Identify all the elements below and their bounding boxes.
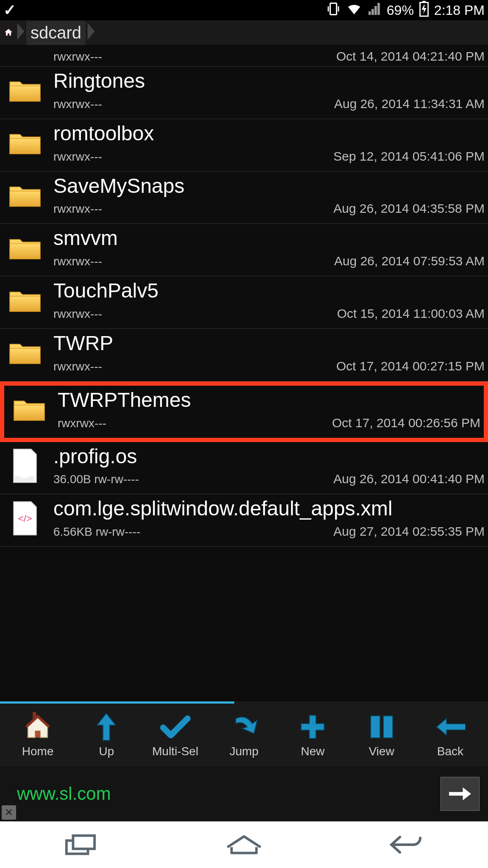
file-date: Sep 12, 2014 05:41:06 PM [333, 149, 485, 164]
file-row[interactable]: TouchPalv5 rwxrwx--- Oct 15, 2014 11:00:… [0, 276, 488, 329]
file-icon [6, 451, 44, 481]
recent-apps-button[interactable] [56, 832, 107, 857]
toolbar-label: Back [437, 745, 463, 758]
svg-text:</>: </> [18, 513, 32, 524]
file-perms: rwxrwx--- [53, 202, 102, 216]
chevron-right-icon [15, 23, 26, 43]
file-date: Oct 15, 2014 11:00:03 AM [337, 306, 485, 321]
multisel-icon [160, 712, 191, 742]
scroll-indicator [0, 701, 488, 704]
svg-rect-11 [73, 836, 95, 849]
folder-icon [6, 285, 44, 316]
status-bar: ✓ 69% 2:18 PM [0, 0, 488, 20]
file-row[interactable]: .profig.os 36.00B rw-rw---- Aug 26, 2014… [0, 442, 488, 495]
file-list[interactable]: rwxrwx--- Oct 14, 2014 04:21:40 PM Ringt… [0, 45, 488, 701]
svg-rect-6 [35, 731, 40, 738]
svg-rect-8 [371, 716, 380, 738]
file-perms: rwxrwx--- [53, 307, 102, 321]
up-icon [91, 712, 122, 742]
svg-rect-9 [383, 716, 393, 738]
file-date: Aug 26, 2014 04:35:58 PM [333, 201, 485, 216]
home-button[interactable]: Home [3, 712, 72, 758]
folder-icon [6, 180, 44, 211]
ad-arrow-button[interactable] [441, 777, 480, 811]
folder-icon [6, 128, 44, 158]
clock-text: 2:18 PM [434, 3, 485, 18]
file-row[interactable]: </> com.lge.splitwindow.default_apps.xml… [0, 494, 488, 547]
back-button[interactable] [381, 832, 432, 857]
file-name: Ringtones [53, 70, 485, 92]
multisel-button[interactable]: Multi-Sel [141, 712, 210, 758]
toolbar-label: Jump [230, 745, 258, 758]
vibrate-icon [326, 1, 341, 19]
file-perms: 36.00B rw-rw---- [53, 473, 139, 486]
breadcrumb-path[interactable]: sdcard [26, 21, 86, 45]
jump-button[interactable]: Jump [210, 712, 278, 758]
svg-rect-7 [33, 712, 36, 719]
file-name: TWRP [53, 332, 485, 355]
battery-percent: 69% [387, 3, 414, 18]
file-name: com.lge.splitwindow.default_apps.xml [53, 498, 485, 520]
svg-rect-4 [422, 1, 426, 3]
file-row[interactable]: smvvm rwxrwx--- Aug 26, 2014 07:59:53 AM [0, 224, 488, 276]
file-icon: </> [6, 503, 44, 534]
home-icon[interactable] [2, 26, 15, 39]
file-row[interactable]: romtoolbox rwxrwx--- Sep 12, 2014 05:41:… [0, 119, 488, 172]
back-icon [435, 712, 466, 742]
folder-icon [6, 337, 44, 368]
ad-text[interactable]: www.sl.com [17, 784, 111, 804]
check-icon: ✓ [3, 1, 16, 19]
file-date: Oct 17, 2014 00:26:56 PM [332, 416, 480, 430]
toolbar-label: Up [99, 745, 114, 758]
toolbar-label: Multi-Sel [152, 745, 198, 758]
file-date: Aug 27, 2014 02:55:35 PM [333, 524, 485, 539]
file-perms: rwxrwx--- [53, 360, 102, 373]
file-perms: rwxrwx--- [53, 150, 102, 164]
file-row[interactable]: Ringtones rwxrwx--- Aug 26, 2014 11:34:3… [0, 67, 488, 119]
jump-icon [229, 712, 259, 742]
view-icon [366, 712, 397, 742]
ad-banner[interactable]: ✕ www.sl.com [0, 766, 488, 821]
up-button[interactable]: Up [72, 712, 141, 758]
file-date: Oct 14, 2014 04:21:40 PM [336, 49, 485, 64]
file-row[interactable]: rwxrwx--- Oct 14, 2014 04:21:40 PM [0, 45, 488, 67]
file-date: Aug 26, 2014 00:41:40 PM [333, 472, 485, 486]
file-date: Oct 17, 2014 00:27:15 PM [336, 359, 485, 373]
battery-charging-icon [419, 1, 429, 20]
breadcrumb[interactable]: sdcard [0, 20, 488, 45]
home-icon [22, 712, 53, 742]
back-button[interactable]: Back [416, 712, 485, 758]
toolbar-label: View [369, 745, 394, 758]
folder-icon [10, 394, 48, 425]
wifi-icon [346, 1, 362, 20]
file-name: romtoolbox [53, 122, 485, 145]
file-date: Aug 26, 2014 07:59:53 AM [334, 254, 485, 268]
folder-icon [6, 233, 44, 263]
file-perms: rwxrwx--- [58, 417, 106, 430]
file-name: TouchPalv5 [53, 280, 485, 302]
file-perms: rwxrwx--- [53, 97, 102, 111]
file-name: TWRPThemes [58, 389, 480, 412]
svg-rect-0 [330, 3, 336, 14]
new-icon [297, 712, 328, 742]
new-button[interactable]: New [278, 712, 347, 758]
file-row[interactable]: SaveMySnaps rwxrwx--- Aug 26, 2014 04:35… [0, 172, 488, 224]
view-button[interactable]: View [347, 712, 416, 758]
file-date: Aug 26, 2014 11:34:31 AM [334, 97, 485, 111]
file-row[interactable]: TWRP rwxrwx--- Oct 17, 2014 00:27:15 PM [0, 329, 488, 381]
file-name: .profig.os [53, 445, 485, 468]
home-button[interactable] [219, 832, 269, 857]
file-perms: rwxrwx--- [53, 255, 102, 268]
signal-icon [367, 2, 382, 19]
chevron-right-icon [86, 23, 97, 43]
file-name: smvvm [53, 227, 485, 250]
system-nav-bar [0, 821, 488, 868]
toolbar: Home Up Multi-Sel Jump New View Back [0, 704, 488, 766]
toolbar-label: New [301, 745, 324, 758]
folder-icon [6, 75, 44, 106]
file-perms: rwxrwx--- [53, 50, 102, 64]
file-row[interactable]: TWRPThemes rwxrwx--- Oct 17, 2014 00:26:… [0, 381, 488, 442]
ad-close-button[interactable]: ✕ [2, 805, 16, 820]
file-perms: 6.56KB rw-rw---- [53, 525, 140, 539]
file-name: SaveMySnaps [53, 175, 485, 198]
